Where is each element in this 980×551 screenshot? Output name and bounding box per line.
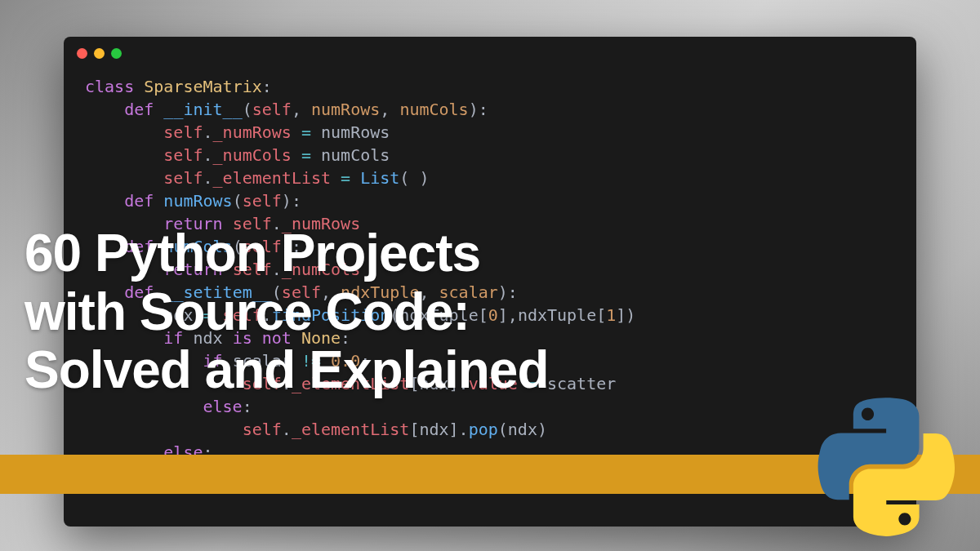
- close-icon: [77, 48, 87, 59]
- python-logo-icon: [817, 398, 956, 536]
- window-traffic-lights: [64, 37, 916, 67]
- headline-line-2: with Source Code:: [24, 282, 470, 341]
- headline-line-3: Solved and Explained: [24, 340, 549, 399]
- maximize-icon: [111, 48, 122, 59]
- headline-text: 60 Python Projects with Source Code: Sol…: [24, 224, 549, 400]
- minimize-icon: [94, 48, 105, 59]
- headline-line-1: 60 Python Projects: [24, 224, 480, 282]
